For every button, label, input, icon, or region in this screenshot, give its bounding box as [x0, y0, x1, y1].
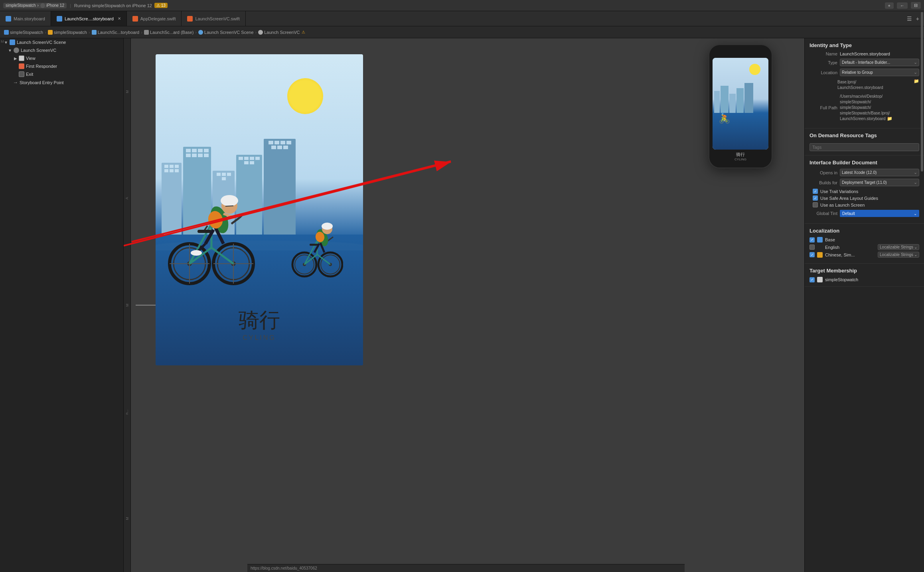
project-name: simpleStopwatch: [6, 3, 36, 8]
iphone-preview: 🚴 骑行 CYLING: [709, 44, 772, 168]
breadcrumb-item-2[interactable]: LaunchSc...toryboard: [92, 30, 140, 35]
iphone-bottom-text: 骑行: [713, 152, 768, 158]
iphone-screen: 🚴: [713, 58, 768, 150]
breadcrumb-item-1[interactable]: simpleStopwatch: [48, 30, 87, 35]
chevron-down-icon: ⌄: [914, 70, 917, 75]
toolbar-add-button[interactable]: +: [916, 16, 919, 22]
window: [198, 149, 203, 152]
canvas[interactable]: M A M n... M: [124, 38, 804, 572]
doc-icon: [4, 30, 9, 35]
tags-input[interactable]: [809, 143, 919, 151]
loc-english-checkbox[interactable]: [809, 245, 815, 250]
tab-close-icon[interactable]: ✕: [118, 16, 121, 21]
tab-main-storyboard[interactable]: Main.storyboard: [0, 11, 51, 26]
device-badge[interactable]: iPhone 12: [40, 3, 64, 8]
opens-in-row: Opens in Latest Xcode (12.0) ⌄: [809, 169, 919, 176]
scroll-thumb[interactable]: [921, 38, 923, 172]
loc-base-row: ✓ Base: [809, 237, 919, 243]
view-label: View: [26, 56, 36, 61]
toolbar-list-button[interactable]: ☰: [907, 16, 912, 22]
tab-launch-storyboard[interactable]: LaunchScre....storyboard ✕: [51, 11, 127, 26]
builds-for-select[interactable]: Deployment Target (11.0) ⌄: [840, 179, 919, 186]
expand-arrow-scene[interactable]: ▼: [4, 40, 8, 45]
trait-variations-checkbox[interactable]: ✓: [813, 189, 818, 194]
sidebar-item-vc[interactable]: ▼ Launch ScreenVC: [0, 46, 123, 54]
checkmark-icon: ✓: [811, 238, 814, 242]
tab-launchvc[interactable]: LaunchScreenVC.swift: [182, 11, 245, 26]
target-row: ✓ simpleStopwatch: [809, 277, 919, 282]
loc-english-label: English: [825, 245, 839, 250]
global-tint-select[interactable]: Default ⌄: [840, 210, 919, 217]
opens-in-select[interactable]: Latest Xcode (12.0) ⌄: [840, 169, 919, 176]
window: [274, 141, 279, 144]
fullpath-link-icon[interactable]: 📁: [887, 116, 892, 121]
expand-arrow-vc[interactable]: ▼: [8, 48, 12, 53]
device-name: iPhone 12: [46, 3, 64, 8]
warning-badge[interactable]: ⚠ 13: [154, 3, 168, 8]
breadcrumb-item-5[interactable]: Launch ScreenVC: [258, 30, 300, 35]
sidebar-item-scene[interactable]: ▼ Launch ScreenVC Scene: [0, 38, 123, 46]
exit-label: Exit: [26, 72, 33, 77]
cyclist-large-svg: [168, 168, 255, 288]
launch-screen-checkbox[interactable]: [813, 202, 818, 207]
sidebar-item-responder[interactable]: First Responder: [0, 62, 123, 70]
checkmark-icon: ✓: [811, 253, 814, 257]
chinese-icon: [817, 252, 823, 258]
breadcrumb-sep-2: ›: [141, 30, 142, 35]
building-windows-2: [183, 147, 211, 159]
svg-rect-43: [310, 244, 318, 246]
launch-screen-row: Use as Launch Screen: [809, 202, 919, 207]
sun: [287, 78, 323, 114]
location-label: Location: [809, 70, 837, 75]
marker-m3-canvas: M: [125, 517, 129, 520]
sidebar-item-exit[interactable]: Exit: [0, 70, 123, 78]
folder-link-icon[interactable]: 📁: [914, 79, 919, 84]
base-icon: [817, 237, 823, 243]
bottom-bar: https://blog.csdn.net/baidu_40537062: [247, 564, 685, 572]
project-badge[interactable]: simpleStopwatch › iPhone 12: [3, 3, 67, 8]
breadcrumb-item-0[interactable]: simpleStopwatch: [4, 30, 43, 35]
target-label: simpleStopwatch: [825, 277, 858, 282]
safe-area-checkbox[interactable]: ✓: [813, 195, 818, 201]
window: [204, 154, 209, 157]
breadcrumb-item-4[interactable]: Launch ScreenVC Scene: [198, 30, 254, 35]
english-strings-select[interactable]: Localizable Strings ⌄: [878, 244, 919, 250]
swift-icon: [132, 16, 138, 22]
iphone-bottom-sub: CYLING: [713, 158, 768, 161]
expand-arrow-view[interactable]: ▶: [14, 56, 17, 61]
svg-point-46: [322, 223, 333, 230]
back-button[interactable]: ←: [897, 2, 908, 9]
target-checkbox[interactable]: ✓: [809, 277, 815, 282]
running-label: Running simpleStopwatch on iPhone 12: [74, 3, 152, 8]
right-panel: Identity and Type Name LaunchScreen.stor…: [804, 38, 924, 572]
split-button[interactable]: ⊟: [911, 2, 921, 9]
location-select[interactable]: Relative to Group ⌄: [840, 69, 919, 76]
mini-building: [721, 86, 729, 113]
sidebar-item-view[interactable]: ▶ View: [0, 54, 123, 62]
add-button[interactable]: +: [885, 2, 894, 9]
entry-label: Storyboard Entry Point: [20, 80, 64, 85]
cycling-scene: 骑行 CYLING: [156, 54, 363, 365]
scene-label: Launch ScreenVC Scene: [17, 40, 66, 45]
window: [286, 141, 291, 144]
base-path-row: Base.lproj/LaunchScreen.storyboard 📁: [809, 79, 919, 91]
sidebar-item-entry[interactable]: → Storyboard Entry Point: [0, 78, 123, 87]
chinese-char: 骑行: [239, 306, 280, 334]
scene-icon: [198, 30, 203, 35]
breadcrumb-sep: ›: [45, 30, 46, 35]
window: [204, 149, 209, 152]
breadcrumb-item-3[interactable]: LaunchSc...ard (Base): [144, 30, 193, 35]
tab-appdelegate[interactable]: AppDelegate.swift: [127, 11, 182, 26]
loc-chinese-checkbox[interactable]: ✓: [809, 252, 815, 257]
opens-in-value: Latest Xcode (12.0): [842, 170, 877, 175]
marker-n-canvas: n...: [125, 409, 129, 414]
safe-area-label: Use Safe Area Layout Guides: [820, 196, 878, 201]
trait-variations-label: Use Trait Variations: [820, 189, 858, 194]
chevron-down-icon: ⌄: [914, 60, 917, 65]
builds-for-row: Builds for Deployment Target (11.0) ⌄: [809, 179, 919, 186]
chinese-strings-select[interactable]: Localizable Strings ⌄: [878, 252, 919, 258]
type-select[interactable]: Default - Interface Builder... ⌄: [840, 59, 919, 66]
loc-chinese-label: Chinese, Sim...: [825, 252, 855, 257]
loc-base-checkbox[interactable]: ✓: [809, 237, 815, 243]
window: [255, 157, 260, 160]
